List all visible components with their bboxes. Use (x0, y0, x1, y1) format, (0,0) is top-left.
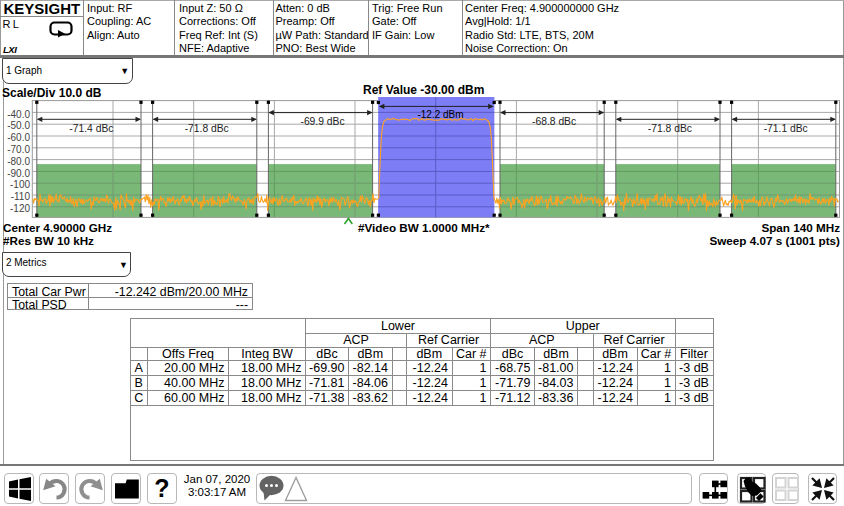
svg-text:-71.4 dBc: -71.4 dBc (69, 123, 113, 134)
svg-text:-68.8 dBc: -68.8 dBc (532, 116, 576, 127)
svg-text:-71.8 dBc: -71.8 dBc (648, 123, 692, 134)
svg-text:-69.9 dBc: -69.9 dBc (300, 116, 344, 127)
svg-text:-71.8 dBc: -71.8 dBc (185, 123, 229, 134)
svg-text:-12.2 dBm: -12.2 dBm (417, 109, 463, 120)
svg-text:-71.1 dBc: -71.1 dBc (764, 123, 808, 134)
